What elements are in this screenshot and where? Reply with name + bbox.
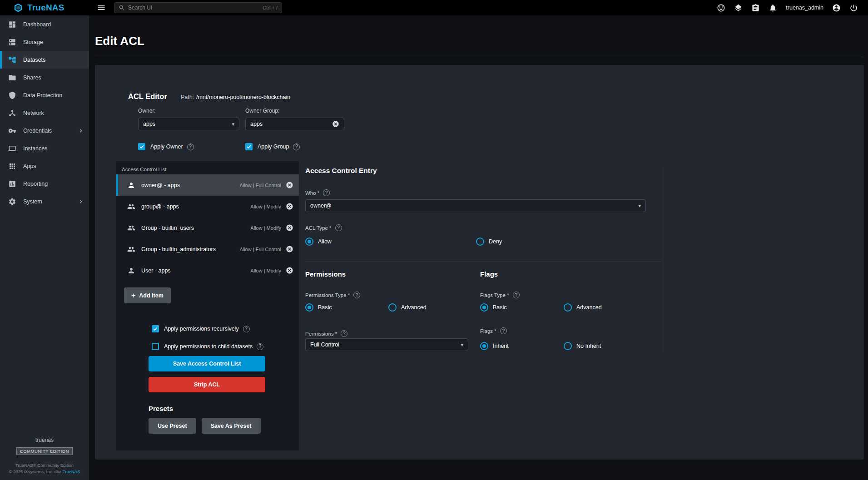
monitor-icon <box>8 144 16 153</box>
product-name: TrueNAS® Community Edition <box>0 463 89 468</box>
sidebar-item-datasets[interactable]: Datasets <box>0 51 89 69</box>
radio-deny[interactable]: Deny <box>476 238 502 246</box>
help-icon[interactable]: ? <box>293 144 300 150</box>
help-icon[interactable]: ? <box>513 292 520 298</box>
help-icon[interactable]: ? <box>341 330 347 337</box>
radio-allow[interactable]: Allow <box>305 238 332 246</box>
user-icon <box>127 267 135 275</box>
sidebar-item-storage[interactable]: Storage <box>0 33 89 51</box>
radio-permissions-advanced[interactable]: Advanced <box>388 303 427 312</box>
truenas-logo[interactable]: TrueNAS <box>0 3 89 13</box>
help-icon[interactable]: ? <box>187 144 194 150</box>
acl-entry-row-builtin-users[interactable]: Group - builtin_users Allow | Modify <box>116 217 299 238</box>
help-icon[interactable]: ? <box>323 189 330 196</box>
add-item-button[interactable]: + Add Item <box>124 287 171 303</box>
menu-toggle-button[interactable] <box>97 3 106 12</box>
remove-entry-icon[interactable] <box>286 181 293 189</box>
user-menu-button[interactable] <box>832 4 841 12</box>
radio-flags-basic[interactable]: Basic <box>480 303 507 312</box>
flags-section-title: Flags <box>480 270 498 278</box>
owner-field-group: Owner: apps ▾ Apply Owner ? <box>138 108 239 150</box>
truenas-app: TrueNAS Ctrl + / truenas_admin Dashboard <box>0 0 868 480</box>
truenas-link[interactable]: TrueNAS <box>63 469 80 474</box>
acl-entry-row-owner[interactable]: owner@ - apps Allow | Full Control <box>116 174 299 196</box>
apply-recursively-checkbox[interactable]: Apply permissions recursively ? <box>152 325 299 332</box>
help-icon[interactable]: ? <box>353 292 360 298</box>
help-icon[interactable]: ? <box>243 326 250 332</box>
sidebar-item-system[interactable]: System <box>0 193 89 210</box>
remove-entry-icon[interactable] <box>286 224 293 232</box>
radio-permissions-basic[interactable]: Basic <box>305 303 332 312</box>
presets-title: Presets <box>149 405 299 412</box>
acl-entry-row-builtin-administrators[interactable]: Group - builtin_administrators Allow | F… <box>116 238 299 260</box>
owner-group-input[interactable] <box>250 121 332 127</box>
gear-icon <box>8 198 16 206</box>
owner-select[interactable]: apps ▾ <box>138 118 239 130</box>
who-select[interactable]: owner@ ▾ <box>305 199 646 212</box>
group-icon <box>127 224 135 232</box>
sidebar-item-apps[interactable]: Apps <box>0 157 89 175</box>
help-icon[interactable]: ? <box>500 327 507 334</box>
sidebar-item-reporting[interactable]: Reporting <box>0 175 89 193</box>
edition-badge: COMMUNITY EDITION <box>16 447 73 455</box>
jobs-button[interactable] <box>751 4 760 12</box>
acl-type-label: ACL Type * ? <box>305 224 342 231</box>
permissions-select[interactable]: Full Control ▾ <box>305 338 468 351</box>
storage-icon <box>8 38 16 46</box>
save-acl-button[interactable]: Save Access Control List <box>149 356 265 371</box>
save-as-preset-button[interactable]: Save As Preset <box>202 418 261 434</box>
bell-icon <box>769 4 777 12</box>
clear-input-icon[interactable] <box>332 120 339 128</box>
sidebar-item-shares[interactable]: Shares <box>0 69 89 86</box>
search-input[interactable] <box>128 5 259 11</box>
hostname: truenas <box>0 437 89 443</box>
who-label: Who * ? <box>305 189 330 196</box>
owner-group-input-wrap <box>245 118 344 130</box>
sidebar-item-credentials[interactable]: Credentials <box>0 122 89 139</box>
help-icon[interactable]: ? <box>257 343 263 350</box>
strip-acl-button[interactable]: Strip ACL <box>149 377 265 392</box>
radio-flags-advanced[interactable]: Advanced <box>564 303 602 312</box>
radio-circle <box>388 303 397 312</box>
power-menu-button[interactable] <box>849 4 858 12</box>
remove-entry-icon[interactable] <box>286 267 293 274</box>
topbar-actions: truenas_admin <box>717 4 868 12</box>
apply-group-checkbox[interactable]: Apply Group ? <box>245 143 344 150</box>
radio-circle <box>564 303 572 312</box>
acl-entry-row-group[interactable]: group@ - apps Allow | Modify <box>116 196 299 217</box>
preset-buttons: Use Preset Save As Preset <box>149 418 299 434</box>
clipboard-icon <box>751 4 760 12</box>
sidebar-item-data-protection[interactable]: Data Protection <box>0 86 89 104</box>
sidebar-item-network[interactable]: Network <box>0 104 89 122</box>
radio-no-inherit[interactable]: No Inherit <box>564 342 601 350</box>
acl-editor-header: ACL Editor Path:/mnt/monero-pool/monero-… <box>128 92 290 101</box>
use-preset-button[interactable]: Use Preset <box>149 418 196 434</box>
remove-entry-icon[interactable] <box>286 203 293 210</box>
alerts-button[interactable] <box>769 4 777 12</box>
apply-child-datasets-checkbox[interactable]: Apply permissions to child datasets ? <box>152 343 299 350</box>
network-hub-icon <box>8 109 16 117</box>
sidebar-item-dashboard[interactable]: Dashboard <box>0 15 89 33</box>
permissions-type-label: Permissions Type * ? <box>305 292 360 298</box>
account-circle-icon <box>832 4 841 12</box>
acl-entry-row-user-apps[interactable]: User - apps Allow | Modify <box>116 260 299 281</box>
shield-icon <box>8 91 16 99</box>
remove-entry-icon[interactable] <box>286 245 293 253</box>
caret-down-icon: ▾ <box>638 203 641 208</box>
help-icon[interactable]: ? <box>335 224 342 231</box>
checkbox-box <box>245 143 253 150</box>
search-icon <box>119 5 125 11</box>
feedback-button[interactable] <box>717 4 725 12</box>
caret-down-icon: ▾ <box>232 122 234 127</box>
flags-type-label: Flags Type * ? <box>480 292 520 298</box>
power-icon <box>849 4 858 12</box>
search-box[interactable]: Ctrl + / <box>114 2 282 13</box>
radio-circle <box>480 303 488 312</box>
sidebar-item-instances[interactable]: Instances <box>0 139 89 157</box>
main-content: Edit ACL ACL Editor Path:/mnt/monero-poo… <box>89 15 868 480</box>
acl-list-panel: Access Control List owner@ - apps Allow … <box>116 161 299 450</box>
radio-inherit[interactable]: Inherit <box>480 342 509 350</box>
truecommand-button[interactable] <box>734 4 743 12</box>
apply-owner-checkbox[interactable]: Apply Owner ? <box>138 143 239 150</box>
radio-circle <box>305 238 313 246</box>
